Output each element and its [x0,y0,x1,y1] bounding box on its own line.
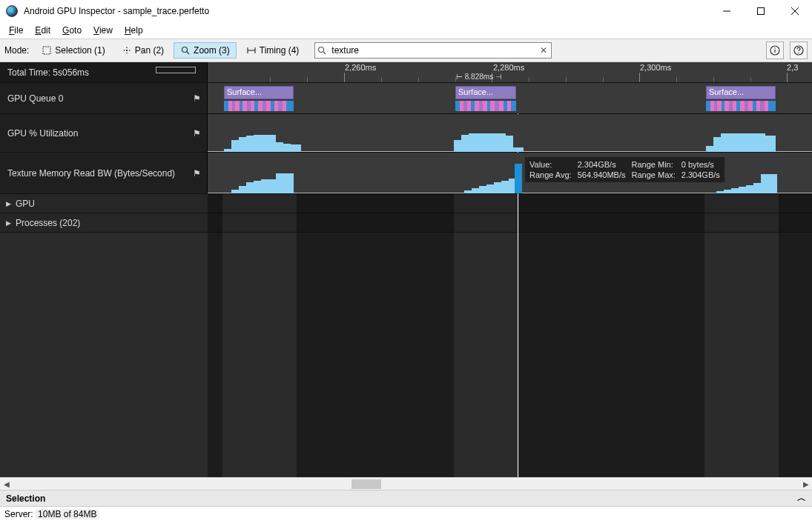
search-clear-icon[interactable]: ✕ [536,45,551,56]
svg-line-6 [187,52,189,54]
frame-block[interactable]: Surface... [224,86,294,99]
pin-icon[interactable]: ⚑ [193,93,201,104]
menubar: File Edit Goto View Help [0,22,812,39]
pin-icon[interactable]: ⚑ [193,168,201,179]
tip-avg: 564.940MB/s [578,170,626,179]
status-server-label: Server: [4,509,33,519]
chevron-right-icon: ▶ [6,219,11,227]
zoom-icon [180,45,191,56]
minimize-button[interactable] [710,0,744,22]
tip-value: 2.304GB/s [578,160,626,169]
tick-label-3: 2,3 [787,63,798,72]
mode-pan-label: Pan (2) [135,45,164,56]
tip-max-label: Range Max: [632,170,676,179]
group-processes[interactable]: ▶ Processes (202) [0,213,812,233]
frame-stripes [224,101,294,111]
frame-block[interactable]: Surface... [455,86,516,99]
tip-value-label: Value: [529,160,572,169]
horizontal-scrollbar[interactable]: ◀ ▶ [0,477,812,490]
menu-help[interactable]: Help [120,24,148,37]
time-bracket: ⊢ 8.828ms ⊣ [456,73,502,81]
status-bar: Server: 10MB of 84MB [0,506,812,521]
selection-panel-header[interactable]: Selection ︿ [0,490,812,506]
mode-zoom-label: Zoom (3) [194,45,230,56]
menu-goto[interactable]: Goto [58,24,86,37]
time-ruler[interactable]: 4ms 2,260ms 2,280ms 2,300ms 2,3 ⊢ 8.828m… [208,62,812,82]
search-box[interactable]: ✕ [314,42,552,59]
mode-zoom[interactable]: Zoom (3) [174,42,237,59]
tip-avg-label: Range Avg: [529,170,572,179]
tick-label-2: 2,300ms [640,63,671,72]
search-input[interactable] [329,44,536,57]
tip-min-label: Range Min: [632,160,676,169]
group-gpu-label: GPU [16,199,35,209]
track-gpu-queue-label: GPU Queue 0 ⚑ [0,83,208,113]
time-ruler-row: Total Time: 5s056ms 4ms 2,260ms 2,280ms … [0,62,812,83]
selection-icon [42,45,52,56]
svg-point-14 [774,47,776,49]
mode-label: Mode: [4,45,29,56]
gpu-util-chart [208,122,812,152]
pan-icon [122,45,132,56]
selection-title: Selection [6,493,45,504]
time-bracket-label: 8.828ms [465,73,493,81]
track-gpu-util[interactable]: GPU % Utilization ⚑ [0,114,812,153]
track-gpu-queue[interactable]: GPU Queue 0 ⚑ Surface... Surface... Surf… [0,83,812,114]
scroll-right-icon[interactable]: ▶ [799,478,812,490]
frame-stripes [706,101,776,111]
scroll-left-icon[interactable]: ◀ [0,478,13,490]
chevron-up-icon[interactable]: ︿ [797,492,806,505]
group-gpu[interactable]: ▶ GPU [0,194,812,213]
tick-label-1: 2,280ms [493,63,524,72]
frame-block[interactable]: Surface... [706,86,776,99]
mode-selection[interactable]: Selection (1) [35,42,111,59]
menu-edit[interactable]: Edit [30,24,55,37]
total-time-text: Total Time: 5s056ms [7,67,89,78]
menu-file[interactable]: File [4,24,27,37]
track-tex-bw-label: Texture Memory Read BW (Bytes/Second) ⚑ [0,153,208,193]
close-button[interactable] [778,0,812,22]
pin-icon[interactable]: ⚑ [193,128,201,139]
timing-icon [246,45,257,56]
tip-max: 2.304GB/s [681,170,720,179]
tick-label-0: 2,260ms [345,63,376,72]
track-tex-bw[interactable]: Texture Memory Read BW (Bytes/Second) ⚑ [0,153,812,194]
app-icon [6,5,18,17]
info-button[interactable] [766,41,784,59]
maximize-button[interactable] [744,0,778,22]
mode-pan[interactable]: Pan (2) [115,42,171,59]
status-server-value: 10MB of 84MB [36,509,99,519]
svg-point-16 [798,53,799,53]
search-icon [315,46,329,55]
group-processes-label: Processes (202) [16,218,80,228]
trace-panel: Total Time: 5s056ms 4ms 2,260ms 2,280ms … [0,62,812,477]
window-title: Android GPU Inspector - sample_trace.per… [24,6,209,16]
track-gpu-util-label: GPU % Utilization ⚑ [0,114,208,152]
total-time-label: Total Time: 5s056ms [0,62,208,82]
scroll-thumb[interactable] [351,479,381,489]
menu-view[interactable]: View [89,24,117,37]
mode-selection-label: Selection (1) [55,45,105,56]
toolbar: Mode: Selection (1) Pan (2) Zoom (3) Tim… [0,39,812,62]
svg-point-5 [182,47,188,53]
tip-min: 0 bytes/s [681,160,720,169]
titlebar: Android GPU Inspector - sample_trace.per… [0,0,812,22]
empty-area [0,233,812,477]
chevron-right-icon: ▶ [6,200,11,207]
mode-timing-label: Timing (4) [260,45,300,56]
frame-stripes [455,101,516,111]
svg-rect-1 [758,8,765,15]
help-button[interactable] [790,41,808,59]
hover-tooltip: Value: 2.304GB/s Range Min: 0 bytes/s Ra… [525,157,724,182]
svg-rect-4 [43,47,50,54]
svg-point-10 [319,47,324,53]
svg-line-11 [323,52,326,54]
mode-timing[interactable]: Timing (4) [240,42,306,59]
